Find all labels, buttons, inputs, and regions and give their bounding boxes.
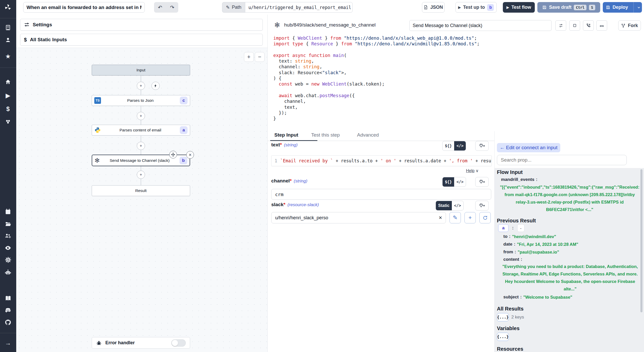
rail-divider <box>0 68 16 68</box>
expand-sidebar-arrow-icon[interactable]: → <box>3 338 13 348</box>
add-step-button[interactable]: + <box>137 142 145 150</box>
flow-graph-panel: Settings $ All Static Inputs + − Input +… <box>16 15 267 352</box>
slack-resource-input[interactable]: u/henri/henri_slack_perso × <box>271 212 446 223</box>
flow-title-input[interactable] <box>23 2 145 13</box>
all-results-expand-chip[interactable]: {...} <box>497 313 509 321</box>
code-mode-button[interactable]: </> <box>454 177 466 187</box>
add-step-button[interactable]: + <box>137 82 145 90</box>
audit-eye-icon[interactable] <box>3 243 13 253</box>
step-summary-input[interactable] <box>409 20 552 31</box>
refresh-resource-button[interactable] <box>479 212 491 223</box>
channel-value-input[interactable] <box>271 189 491 200</box>
code-editor[interactable]: import { WebClient } from "https://deno.… <box>273 35 639 121</box>
home-icon[interactable] <box>3 77 13 87</box>
flow-canvas[interactable]: + − Input + TS Parses to Json c + <box>16 48 267 352</box>
tab-step-input[interactable]: Step Input <box>274 132 298 138</box>
result-kv-row[interactable]: from:"paul@supabase.io" <box>503 249 559 255</box>
error-handler-toggle[interactable] <box>171 339 186 347</box>
deploy-dropdown-button[interactable] <box>636 2 642 13</box>
connect-input-plug-button[interactable] <box>475 201 489 211</box>
undo-button[interactable]: ↶ <box>154 2 166 13</box>
code-mode-button[interactable]: </> <box>454 141 466 150</box>
props-scrollbar-thumb[interactable] <box>640 169 642 312</box>
path-value[interactable]: u/henri/triggered_by_email_report_email <box>245 2 353 13</box>
node-parses-content-of-email[interactable]: Parses content of email a <box>92 125 190 136</box>
test-up-to-button[interactable]: ▶ Test up to b <box>455 2 497 13</box>
variables-expand-chip[interactable]: {...} <box>497 333 509 341</box>
search-prop-input[interactable] <box>497 155 627 165</box>
fork-button[interactable]: Fork <box>618 20 641 31</box>
variables-dollar-icon[interactable]: $ <box>3 104 13 114</box>
collapse-chip[interactable]: - <box>517 224 524 232</box>
subject-row[interactable]: subject: "Welcome to Supabase" <box>503 295 572 300</box>
text-expression-editor[interactable]: 1 `Email received by ` + results.a.to + … <box>271 155 492 166</box>
flow-settings-button[interactable]: Settings <box>20 19 263 31</box>
trigger-bolt-button[interactable] <box>151 82 160 90</box>
sync-button[interactable] <box>555 20 566 31</box>
delete-node-button[interactable]: × <box>186 151 194 159</box>
step-id-badge: b <box>180 157 187 164</box>
edit-or-connect-button[interactable]: ← Edit or connect an input <box>497 143 560 152</box>
node-result[interactable]: Result <box>92 185 190 196</box>
github-icon[interactable] <box>3 317 13 327</box>
redo-button[interactable]: ↷ <box>166 2 178 13</box>
content-value[interactable]: "Everything you need to build a product:… <box>499 263 641 293</box>
tab-test-this-step[interactable]: Test this step <box>311 132 340 138</box>
favorites-star-icon[interactable]: ★ <box>3 52 13 61</box>
hub-script-path[interactable]: hub/849/slack/send_message_to_channel <box>284 22 376 28</box>
result-a-chip[interactable]: a <box>498 224 509 232</box>
connect-input-plug-button[interactable] <box>475 141 489 151</box>
node-input[interactable]: Input <box>92 65 190 76</box>
groups-icon[interactable] <box>3 231 13 241</box>
badge-flag-button[interactable] <box>596 20 607 31</box>
docs-book-icon[interactable] <box>3 293 13 303</box>
discord-icon[interactable] <box>3 305 13 315</box>
move-node-handle[interactable] <box>169 151 177 158</box>
workspace-icon[interactable] <box>3 23 13 32</box>
zoom-in-button[interactable]: + <box>244 52 254 62</box>
bug-icon <box>96 340 102 346</box>
step-id-badge: c <box>180 97 188 104</box>
error-handler-card[interactable]: Error handler <box>92 337 190 349</box>
static-mode-button[interactable]: Static <box>436 201 452 210</box>
folders-icon[interactable] <box>3 219 13 229</box>
tab-advanced[interactable]: Advanced <box>357 132 379 138</box>
plug-arrow-icon <box>479 203 485 208</box>
clear-x-icon[interactable]: × <box>439 214 442 221</box>
path-edit-button[interactable]: ✎ Path <box>222 2 245 13</box>
windmill-logo[interactable] <box>3 3 13 12</box>
add-step-button[interactable]: + <box>137 171 145 179</box>
runs-play-icon[interactable]: ▶ <box>3 91 13 100</box>
fork-icon <box>621 23 625 28</box>
add-step-button[interactable]: + <box>137 112 145 120</box>
deploy-button[interactable]: Deploy <box>603 2 631 13</box>
all-results-row: {...} 2 keys <box>497 313 524 321</box>
user-icon[interactable] <box>3 35 13 45</box>
node-parses-to-json[interactable]: TS Parses to Json c <box>92 95 190 106</box>
result-kv-row[interactable]: date:"Fri, Apr 14, 2023 at 10:28 AM" <box>503 242 578 247</box>
code-mode-button[interactable]: </> <box>452 201 463 210</box>
help-link[interactable]: Help ∨ <box>466 168 479 173</box>
workers-robot-icon[interactable] <box>3 267 13 277</box>
flow-input-title: Flow Input <box>497 169 523 175</box>
edit-resource-pencil-button[interactable]: ✎ <box>450 212 461 223</box>
deploy-button-group: Deploy <box>603 2 642 13</box>
add-resource-button[interactable]: + <box>464 212 476 223</box>
template-mode-button[interactable]: ${} <box>443 141 454 150</box>
webhook-phone-button[interactable] <box>583 20 594 31</box>
save-draft-button[interactable]: Save draft Ctrl S <box>537 2 600 13</box>
schedules-calendar-icon[interactable] <box>3 207 13 216</box>
json-button[interactable]: JSON <box>422 2 445 13</box>
flow-input-value[interactable]: "[{"event":"inbound","ts":1683819426,"ms… <box>499 183 640 213</box>
resources-cubes-icon[interactable] <box>3 117 13 127</box>
zoom-out-button[interactable]: − <box>255 52 265 62</box>
all-static-inputs-button[interactable]: $ All Static Inputs <box>20 34 263 46</box>
connect-input-plug-button[interactable] <box>475 177 489 187</box>
content-key-row[interactable]: content: <box>503 257 524 262</box>
flow-input-key-row[interactable]: mandrill_events: <box>501 177 539 182</box>
stop-square-button[interactable] <box>569 20 580 31</box>
test-flow-button[interactable]: ▶ Test flow <box>503 2 535 13</box>
template-mode-button[interactable]: ${} <box>443 177 454 187</box>
result-kv-row[interactable]: to:"henri@windmill.dev" <box>503 234 556 239</box>
settings-gear-icon[interactable] <box>3 255 13 265</box>
